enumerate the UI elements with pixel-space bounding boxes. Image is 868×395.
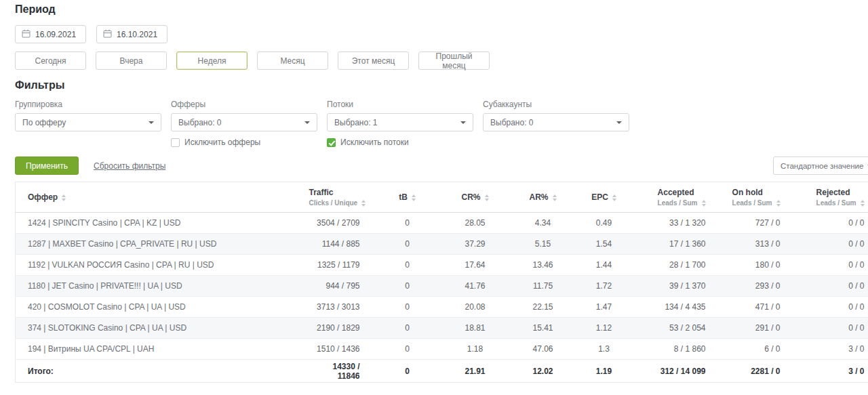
standard-value-select[interactable]: Стандартное значение	[773, 157, 868, 175]
streams-select[interactable]: Выбрано: 1	[327, 113, 473, 131]
cell-cr: 28.05	[445, 213, 506, 234]
filter-label: Группировка	[15, 100, 161, 109]
reset-filters-link[interactable]: Сбросить фильтры	[94, 161, 165, 171]
table-row: 420 | COSMOLOT Casino | CPA | UA | USD 3…	[16, 297, 868, 318]
statistics-page: Период 16.09.2021 16.10.2021 Сегодня Вче…	[0, 0, 868, 395]
period-button-week[interactable]: Неделя	[176, 51, 248, 70]
cell-accepted: 17 / 1 360	[628, 234, 716, 255]
filter-group-offers: Офферы Выбрано: 0 Исключить офферы	[171, 100, 317, 147]
cell-offer: 1192 | VULKAN РОССИЯ Casino | CPA | RU |…	[16, 255, 309, 276]
cell-offer: 420 | COSMOLOT Casino | CPA | UA | USD	[16, 297, 309, 318]
cell-offer: 194 | Витрины UA CPA/CPL | UAH	[16, 339, 309, 360]
cell-onhold: 471 / 0	[716, 297, 791, 318]
exclude-offers-option: Исключить офферы	[171, 138, 317, 147]
chevron-down-icon	[460, 121, 466, 124]
cell-cr: 37.29	[445, 234, 506, 255]
cell-accepted: 28 / 1 700	[628, 255, 716, 276]
exclude-offers-checkbox[interactable]	[171, 138, 180, 147]
col-header-cr: CR%	[445, 182, 506, 213]
table-row: 194 | Витрины UA CPA/CPL | UAH 1510 / 14…	[16, 339, 868, 360]
cell-accepted: 53 / 2 054	[628, 318, 716, 339]
period-presets: Сегодня Вчера Неделя Месяц Этот месяц Пр…	[15, 51, 868, 70]
cell-ar: 13.46	[506, 255, 580, 276]
sort-icon[interactable]	[702, 200, 706, 207]
totals-epc: 1.19	[580, 360, 628, 383]
table-row: 1180 | JET Casino | PRIVATE!!! | UA | US…	[16, 276, 868, 297]
cell-epc: 1.54	[580, 234, 628, 255]
filters-section-title: Фильтры	[15, 79, 868, 91]
sort-icon[interactable]	[62, 194, 66, 201]
cell-accepted: 8 / 1 860	[628, 339, 716, 360]
sort-icon[interactable]	[776, 200, 781, 207]
cell-traffic: 1510 / 1436	[309, 339, 370, 360]
exclude-streams-checkbox[interactable]	[327, 138, 336, 147]
cell-rejected: 0 / 0	[791, 318, 868, 339]
offers-select[interactable]: Выбрано: 0	[171, 113, 317, 131]
cell-tb: 0	[370, 318, 445, 339]
chevron-down-icon	[616, 121, 622, 124]
date-from-input[interactable]: 16.09.2021	[15, 25, 86, 43]
col-header-rejected: Rejected Leads / Sum	[791, 182, 868, 213]
cell-onhold: 291 / 0	[716, 318, 791, 339]
col-header-ar: AR%	[506, 182, 580, 213]
subaccounts-select[interactable]: Выбрано: 0	[483, 113, 629, 131]
table-row: 1287 | MAXBET Casino | CPA_PRIVATE | RU …	[16, 234, 868, 255]
totals-label: Итого:	[16, 360, 309, 383]
sort-icon[interactable]	[612, 194, 616, 201]
period-button-last-month[interactable]: Прошлый месяц	[418, 51, 490, 70]
select-value: Выбрано: 1	[334, 118, 378, 127]
period-button-month[interactable]: Месяц	[257, 51, 328, 70]
cell-tb: 0	[370, 234, 445, 255]
sort-icon[interactable]	[861, 200, 865, 207]
sort-icon[interactable]	[412, 194, 416, 201]
cell-rejected: 0 / 0	[791, 213, 868, 234]
date-to-input[interactable]: 16.10.2021	[96, 25, 167, 43]
cell-ar: 11.75	[506, 276, 580, 297]
date-from-value: 16.09.2021	[35, 30, 76, 39]
cell-offer: 1287 | MAXBET Casino | CPA_PRIVATE | RU …	[16, 234, 309, 255]
apply-button[interactable]: Применить	[15, 157, 79, 175]
totals-row: Итого: 14330 / 11846 0 21.91 12.02 1.19 …	[16, 360, 868, 383]
cell-epc: 1.47	[580, 297, 628, 318]
filter-label: Офферы	[171, 100, 317, 109]
chevron-down-icon	[304, 121, 310, 124]
col-header-onhold: On hold Leads / Sum	[716, 182, 791, 213]
col-header-tb: tB	[370, 182, 445, 213]
cell-offer: 1180 | JET Casino | PRIVATE!!! | UA | US…	[16, 276, 309, 297]
cell-cr: 18.81	[445, 318, 506, 339]
cell-offer: 374 | SLOTOKING Casino | CPA | UA | USD	[16, 318, 309, 339]
filters-row: Группировка По офферу Офферы Выбрано: 0 …	[15, 100, 868, 147]
totals-ar: 12.02	[506, 360, 580, 383]
totals-accepted: 312 / 14 099	[628, 360, 716, 383]
sort-icon[interactable]	[553, 194, 557, 201]
exclude-streams-option: Исключить потоки	[327, 138, 473, 147]
cell-ar: 5.15	[506, 234, 580, 255]
cell-traffic: 1325 / 1179	[309, 255, 370, 276]
cell-epc: 0.49	[580, 213, 628, 234]
cell-rejected: 0 / 0	[791, 297, 868, 318]
cell-tb: 0	[370, 339, 445, 360]
cell-ar: 22.15	[506, 297, 580, 318]
cell-rejected: 3 / 0	[791, 339, 868, 360]
filter-label: Потоки	[327, 100, 473, 109]
period-section-title: Период	[15, 3, 868, 16]
stats-table-container: Оффер Traffic Clicks / Unique tB CR%	[15, 182, 868, 383]
totals-tb: 0	[370, 360, 445, 383]
cell-traffic: 1144 / 885	[309, 234, 370, 255]
chevron-down-icon	[149, 121, 154, 124]
sort-icon[interactable]	[361, 200, 366, 207]
period-button-this-month[interactable]: Этот месяц	[338, 51, 409, 70]
sort-icon[interactable]	[485, 194, 489, 201]
cell-accepted: 33 / 1 320	[628, 213, 716, 234]
cell-tb: 0	[370, 297, 445, 318]
period-button-yesterday[interactable]: Вчера	[96, 51, 167, 70]
table-row: 1192 | VULKAN РОССИЯ Casino | CPA | RU |…	[16, 255, 868, 276]
select-value: По офферу	[22, 118, 66, 127]
cell-onhold: 180 / 0	[716, 255, 791, 276]
grouping-select[interactable]: По офферу	[15, 113, 161, 131]
cell-traffic: 3504 / 2709	[309, 213, 370, 234]
period-button-today[interactable]: Сегодня	[15, 51, 86, 70]
totals-onhold: 2281 / 0	[716, 360, 791, 383]
cell-tb: 0	[370, 213, 445, 234]
totals-rejected: 3 / 0	[791, 360, 868, 383]
